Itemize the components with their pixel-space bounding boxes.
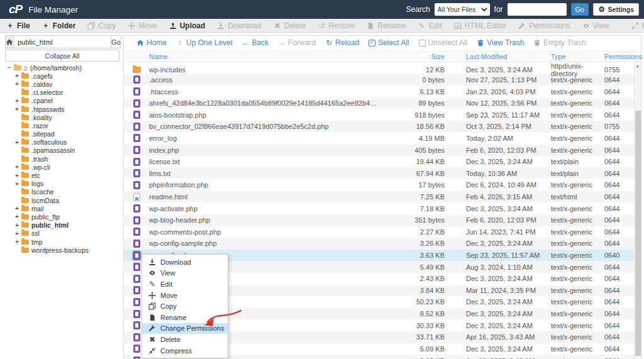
table-row[interactable]: phpinformation.php17 bytesDec 6, 2024, 1…: [124, 179, 634, 191]
context-menu-item-view[interactable]: View: [142, 268, 228, 279]
table-row[interactable]: license.txt19.44 KBDec 3, 2025, 3:24 AMt…: [124, 156, 634, 168]
table-row[interactable]: wp-includes12 KBDec 3, 2025, 3:24 AMhttp…: [124, 62, 634, 74]
expand-toggle-icon[interactable]: +: [14, 213, 20, 220]
table-row[interactable]: wp-comments-post.php2.27 KBJun 14, 2023,…: [124, 226, 634, 238]
table-row[interactable]: wp-activate.php7.18 KBDec 3, 2025, 3:24 …: [124, 202, 634, 214]
tree-item-ssl[interactable]: +ssl: [5, 229, 121, 238]
table-row[interactable]: .access0 bytesNov 27, 2025, 1:13 PMtext/…: [124, 74, 634, 86]
vertical-scrollbar[interactable]: ▲: [634, 62, 641, 359]
table-row[interactable]: index.php405 bytesFeb 6, 2020, 12:03 PMt…: [124, 144, 634, 156]
expand-toggle-icon[interactable]: +: [14, 172, 20, 179]
context-menu-item-copy[interactable]: Copy: [142, 301, 228, 312]
nav-link-up-one-level[interactable]: ↑Up One Level: [176, 38, 232, 47]
file-modified: Dec 6, 2024, 10:49 AM: [464, 181, 548, 189]
tree-item-razor[interactable]: .razor: [5, 121, 121, 130]
expand-toggle-icon[interactable]: +: [14, 72, 20, 79]
tree-item-koality[interactable]: .koality: [5, 113, 121, 121]
tree-item-label: .cpanel: [31, 97, 53, 104]
toolbar-button-upload[interactable]: Upload: [169, 21, 206, 30]
path-input[interactable]: [13, 35, 111, 48]
tree-item-logs[interactable]: +logs: [5, 180, 121, 188]
path-home-button[interactable]: [5, 35, 13, 48]
search-go-button[interactable]: Go: [571, 3, 589, 16]
context-menu-item-compress[interactable]: Compress: [142, 345, 228, 356]
header-name[interactable]: Name: [149, 53, 379, 60]
scrollbar-thumb[interactable]: [635, 111, 641, 356]
expand-toggle-icon[interactable]: +: [14, 97, 20, 104]
toolbar-button-file[interactable]: +File: [6, 21, 30, 30]
table-row[interactable]: bv_connector_02f866eae43917d7419d075bbe2…: [124, 121, 634, 133]
expand-toggle-icon[interactable]: +: [14, 106, 20, 113]
header-type[interactable]: Type: [548, 53, 602, 60]
header-last-modified[interactable]: Last Modified: [464, 53, 548, 60]
expand-toggle-icon[interactable]: +: [14, 163, 20, 170]
scroll-up-arrow[interactable]: ▲: [635, 62, 641, 70]
context-menu-item-edit[interactable]: ✎Edit: [142, 279, 228, 290]
collapse-toggle-icon[interactable]: −: [6, 64, 13, 71]
nav-link-label: Unselect All: [428, 38, 468, 47]
context-menu-item-delete[interactable]: ✖Delete: [142, 334, 228, 345]
folder-icon: [21, 123, 29, 128]
nav-link-reload[interactable]: ↻Reload: [325, 38, 359, 47]
tree-item-lscmdata[interactable]: lscmData: [5, 196, 121, 204]
file-type: text/x-generic: [548, 287, 602, 294]
context-menu-item-move[interactable]: Move: [142, 290, 228, 301]
file-permissions: 0644: [602, 99, 634, 107]
context-menu-item-download[interactable]: Download: [142, 257, 228, 268]
settings-button[interactable]: ⚙Settings: [593, 3, 639, 16]
search-input[interactable]: [508, 3, 567, 16]
toolbar-button-folder[interactable]: +Folder: [42, 21, 76, 30]
table-row[interactable]: error_log4.19 MBToday, 2:02 AMtext/x-gen…: [124, 133, 634, 145]
nav-link-home[interactable]: Home: [136, 38, 167, 47]
trash-icon: [533, 39, 541, 47]
tree-item-sitepad[interactable]: .sitepad: [5, 130, 121, 138]
expand-toggle-icon[interactable]: +: [14, 222, 20, 229]
file-icon: [133, 123, 140, 131]
nav-link-select-all[interactable]: Select All: [369, 38, 409, 47]
tree-item-cpanel[interactable]: +.cpanel: [5, 97, 121, 105]
folder-icon: [14, 65, 21, 70]
table-row[interactable]: wp-blog-header.php351 bytesFeb 6, 2020, …: [124, 214, 634, 226]
nav-link-label: Forward: [288, 38, 316, 47]
tree-item-spamassassin[interactable]: .spamassassin: [5, 146, 121, 155]
search-scope-select[interactable]: All Your Files: [435, 3, 490, 16]
header-permissions[interactable]: Permissions: [602, 53, 642, 60]
tree-item-public_ftp[interactable]: +public_ftp: [5, 213, 121, 221]
context-menu-item-rename[interactable]: Rename: [142, 312, 228, 323]
tree-item-softaculous[interactable]: +.softaculous: [5, 138, 121, 146]
table-row[interactable]: wp-config-sample.php3.26 KBDec 3, 2025, …: [124, 238, 634, 250]
tree-item-htpasswds[interactable]: +.htpasswds: [5, 105, 121, 113]
extract-icon: [631, 22, 639, 30]
expand-toggle-icon[interactable]: +: [14, 230, 20, 237]
expand-toggle-icon[interactable]: +: [14, 139, 20, 146]
tree-item-public_html[interactable]: +public_html: [5, 221, 121, 229]
tree-item-tmp[interactable]: +tmp: [5, 238, 121, 246]
tree-item-lscache[interactable]: lscache: [5, 188, 121, 196]
table-row[interactable]: ahrefs_42d84e3bc1228a0301da0554b89f0029e…: [124, 97, 634, 109]
table-row[interactable]: aios-bootstrap.php918 bytesSep 23, 2025,…: [124, 109, 634, 121]
tree-item-trash[interactable]: .trash: [5, 155, 121, 163]
tree-item-mail[interactable]: +mail: [5, 204, 121, 213]
nav-link-view-trash[interactable]: View Trash: [477, 38, 524, 47]
tree-item-wordpress-backups[interactable]: wordpress-backups: [5, 246, 121, 254]
tree-item-wp-cli[interactable]: +.wp-cli: [5, 163, 121, 171]
tree-item-etc[interactable]: +etc: [5, 171, 121, 179]
tree-item-cagefs[interactable]: +.cagefs: [5, 72, 121, 80]
tree-item-clselector[interactable]: .cl.selector: [5, 89, 121, 97]
expand-toggle-icon[interactable]: +: [14, 80, 20, 87]
tree-item-homelambrosh[interactable]: −⌂(/home/lambrosh): [5, 64, 121, 72]
table-row[interactable]: llms.txt67.94 KBToday, 10:36 AMtext/plai…: [124, 167, 634, 179]
file-type: text/x-generic: [548, 135, 602, 142]
expand-toggle-icon[interactable]: +: [14, 238, 20, 245]
header-size[interactable]: Size: [379, 53, 445, 60]
table-row[interactable]: readme.html7.25 KBFeb 4, 2026, 3:15 AMte…: [124, 191, 634, 203]
context-menu-item-change-permissions[interactable]: Change Permissions: [142, 323, 228, 334]
tree-item-caldav[interactable]: +.caldav: [5, 80, 121, 88]
collapse-all-button[interactable]: Collapse All: [5, 50, 119, 62]
table-row[interactable]: .htaccess6.13 KBJan 23, 2026, 4:03 PMtex…: [124, 86, 634, 97]
expand-toggle-icon[interactable]: +: [14, 205, 20, 212]
path-go-button[interactable]: Go: [111, 35, 121, 48]
nav-link-back[interactable]: ←Back: [242, 38, 269, 47]
expand-toggle-icon[interactable]: +: [14, 180, 20, 187]
file-modified: Dec 3, 2025, 3:24 AM: [464, 310, 548, 318]
